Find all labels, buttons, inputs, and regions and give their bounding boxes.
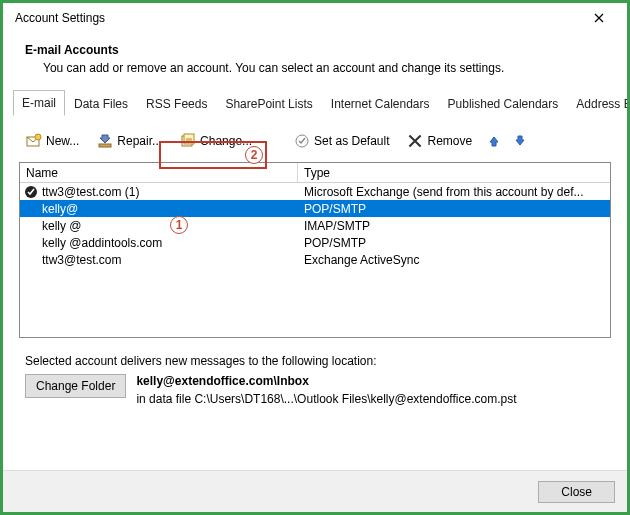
set-default-icon bbox=[294, 133, 310, 149]
table-body: ttw3@test.com (1) Microsoft Exchange (se… bbox=[20, 183, 610, 268]
move-down-button[interactable] bbox=[509, 130, 531, 152]
table-row[interactable]: ttw3@test.com (1) Microsoft Exchange (se… bbox=[20, 183, 610, 200]
svg-point-1 bbox=[35, 134, 41, 140]
column-header-name[interactable]: Name bbox=[20, 163, 298, 182]
arrow-up-icon bbox=[486, 133, 502, 149]
close-icon bbox=[594, 13, 604, 23]
new-account-button[interactable]: New... bbox=[19, 130, 86, 152]
change-icon bbox=[180, 133, 196, 149]
default-check-icon bbox=[24, 185, 38, 199]
account-name-cell: kelly @ bbox=[20, 219, 298, 233]
account-name-cell: kelly @addintools.com bbox=[20, 236, 298, 250]
tab-rss-feeds[interactable]: RSS Feeds bbox=[137, 91, 216, 116]
account-name-cell: ttw3@test.com bbox=[20, 253, 298, 267]
account-type-cell: Exchange ActiveSync bbox=[298, 253, 610, 267]
change-account-button[interactable]: Change... bbox=[173, 130, 259, 152]
table-row[interactable]: ttw3@test.com Exchange ActiveSync bbox=[20, 251, 610, 268]
repair-icon bbox=[97, 133, 113, 149]
change-folder-button[interactable]: Change Folder bbox=[25, 374, 126, 398]
account-settings-window: Account Settings E-mail Accounts You can… bbox=[3, 3, 627, 512]
set-default-label: Set as Default bbox=[314, 134, 389, 148]
accounts-toolbar: New... Repair... Change... bbox=[13, 126, 617, 162]
header-description: You can add or remove an account. You ca… bbox=[25, 61, 605, 75]
table-row[interactable]: kelly@ POP/SMTP bbox=[20, 200, 610, 217]
account-type-cell: Microsoft Exchange (send from this accou… bbox=[298, 185, 610, 199]
window-title: Account Settings bbox=[15, 11, 579, 25]
header-title: E-mail Accounts bbox=[25, 43, 605, 57]
account-name-cell: ttw3@test.com (1) bbox=[20, 185, 298, 199]
remove-icon bbox=[407, 133, 423, 149]
remove-account-button[interactable]: Remove bbox=[400, 130, 479, 152]
column-header-type[interactable]: Type bbox=[298, 163, 610, 182]
delivery-location-main: kelly@extendoffice.com\Inbox bbox=[136, 374, 516, 388]
delivery-location-section: Selected account delivers new messages t… bbox=[13, 338, 617, 412]
account-type-cell: POP/SMTP bbox=[298, 202, 610, 216]
window-close-button[interactable] bbox=[579, 4, 619, 32]
new-label: New... bbox=[46, 134, 79, 148]
repair-account-button[interactable]: Repair... bbox=[90, 130, 169, 152]
tab-sharepoint-lists[interactable]: SharePoint Lists bbox=[216, 91, 321, 116]
remove-label: Remove bbox=[427, 134, 472, 148]
new-mail-icon bbox=[26, 133, 42, 149]
tab-published-calendars[interactable]: Published Calendars bbox=[439, 91, 568, 116]
tab-content: New... Repair... Change... bbox=[3, 116, 627, 470]
change-label: Change... bbox=[200, 134, 252, 148]
repair-label: Repair... bbox=[117, 134, 162, 148]
move-up-button[interactable] bbox=[483, 130, 505, 152]
header-section: E-mail Accounts You can add or remove an… bbox=[3, 33, 627, 89]
account-type-cell: POP/SMTP bbox=[298, 236, 610, 250]
close-button[interactable]: Close bbox=[538, 481, 615, 503]
tab-address-books[interactable]: Address Books bbox=[567, 91, 630, 116]
svg-rect-2 bbox=[99, 144, 111, 147]
accounts-table[interactable]: Name Type ttw3@test.com (1) Microsoft Ex… bbox=[19, 162, 611, 338]
set-default-button[interactable]: Set as Default bbox=[287, 130, 396, 152]
tab-internet-calendars[interactable]: Internet Calendars bbox=[322, 91, 439, 116]
account-name-cell: kelly@ bbox=[20, 202, 298, 216]
table-row[interactable]: kelly @ IMAP/SMTP bbox=[20, 217, 610, 234]
delivery-location-text: kelly@extendoffice.com\Inbox in data fil… bbox=[136, 374, 516, 406]
tab-email[interactable]: E-mail bbox=[13, 90, 65, 116]
account-type-cell: IMAP/SMTP bbox=[298, 219, 610, 233]
delivery-intro: Selected account delivers new messages t… bbox=[25, 354, 605, 368]
tabs-bar: E-mail Data Files RSS Feeds SharePoint L… bbox=[13, 89, 617, 116]
titlebar: Account Settings bbox=[3, 3, 627, 33]
tab-data-files[interactable]: Data Files bbox=[65, 91, 137, 116]
table-header: Name Type bbox=[20, 163, 610, 183]
table-row[interactable]: kelly @addintools.com POP/SMTP bbox=[20, 234, 610, 251]
arrow-down-icon bbox=[512, 133, 528, 149]
delivery-location-sub: in data file C:\Users\DT168\...\Outlook … bbox=[136, 392, 516, 406]
dialog-bottom-bar: Close bbox=[3, 470, 627, 512]
